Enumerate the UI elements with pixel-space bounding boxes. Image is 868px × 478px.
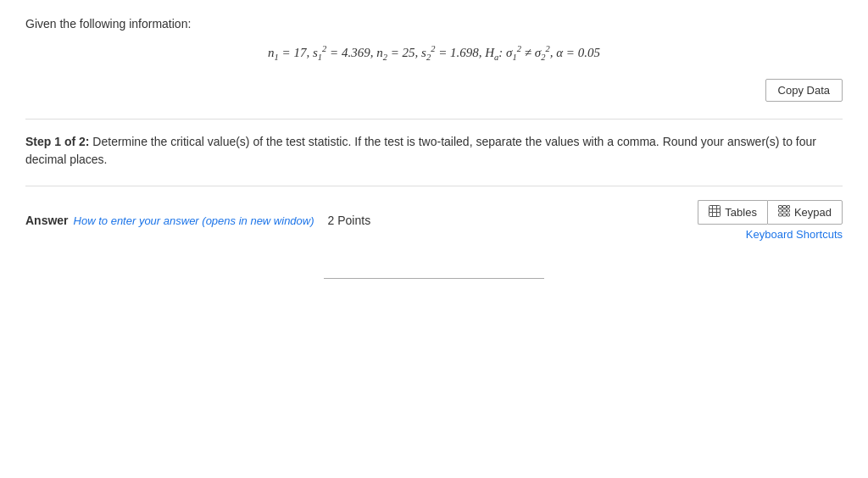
svg-rect-8 — [778, 209, 782, 212]
tables-button[interactable]: Tables — [698, 200, 767, 225]
divider-1 — [25, 119, 843, 119]
answer-input[interactable] — [324, 258, 544, 279]
step-text: Step 1 of 2: Determine the critical valu… — [25, 133, 843, 169]
divider-2 — [25, 186, 843, 186]
copy-data-btn-row: Copy Data — [25, 79, 843, 102]
svg-rect-7 — [787, 206, 789, 208]
answer-row: AnswerHow to enter your answer (opens in… — [25, 200, 843, 241]
keypad-label: Keypad — [794, 206, 832, 219]
svg-rect-10 — [787, 209, 789, 212]
step-description: Determine the critical value(s) of the t… — [25, 135, 816, 166]
keypad-button[interactable]: Keypad — [767, 200, 843, 225]
answer-label: Answer — [25, 214, 69, 227]
given-info-label: Given the following information: — [25, 17, 843, 31]
keypad-icon — [778, 205, 790, 220]
keyboard-shortcuts-link[interactable]: Keyboard Shortcuts — [746, 228, 843, 241]
svg-rect-9 — [782, 209, 786, 212]
main-container: Given the following information: n1 = 17… — [0, 0, 868, 296]
copy-data-button[interactable]: Copy Data — [765, 79, 843, 102]
svg-rect-12 — [782, 214, 786, 216]
svg-rect-5 — [778, 206, 782, 208]
answer-link[interactable]: How to enter your answer (opens in new w… — [74, 214, 314, 227]
answer-points: 2 Points — [328, 214, 371, 227]
svg-rect-11 — [778, 214, 782, 216]
svg-rect-0 — [709, 206, 721, 217]
answer-input-area — [25, 258, 843, 279]
answer-right: Tables — [698, 200, 843, 241]
svg-rect-6 — [782, 206, 786, 208]
tables-label: Tables — [725, 206, 757, 219]
svg-rect-13 — [787, 214, 789, 216]
step-label: Step 1 of 2: — [25, 135, 89, 148]
toolbar-btn-group: Tables — [698, 200, 843, 225]
math-formula: n1 = 17, s12 = 4.369, n2 = 25, s22 = 1.6… — [25, 44, 843, 62]
answer-left: AnswerHow to enter your answer (opens in… — [25, 214, 370, 227]
tables-icon — [709, 205, 721, 220]
